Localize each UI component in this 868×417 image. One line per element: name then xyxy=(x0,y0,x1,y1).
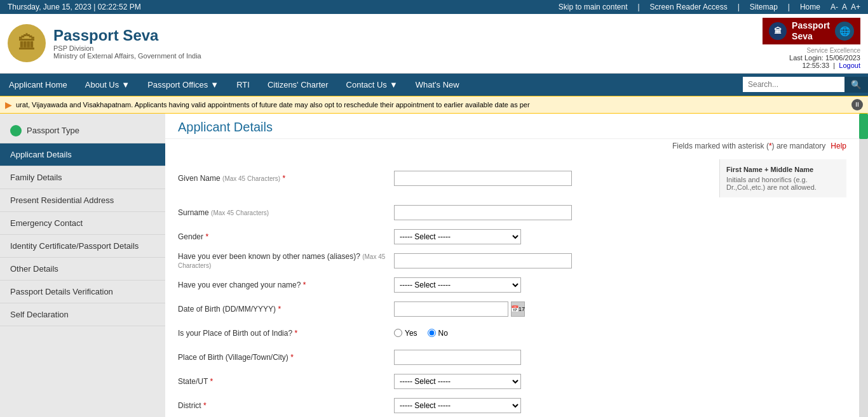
district-select[interactable]: ----- Select ----- xyxy=(394,398,521,413)
nav-citizens-charter[interactable]: Citizens' Charter xyxy=(259,74,337,96)
nav-rti[interactable]: RTI xyxy=(227,74,259,96)
aliases-input[interactable] xyxy=(394,253,572,268)
ticker-arrow-icon: ▶ xyxy=(5,100,12,110)
form-area: Applicant Details Fields marked with ast… xyxy=(165,114,859,417)
last-login-time: 12:55:33 xyxy=(802,62,829,69)
radio-yes[interactable] xyxy=(394,329,402,337)
surname-input[interactable] xyxy=(394,205,572,220)
dob-input-area: 📅 17 xyxy=(394,301,846,317)
font-small-button[interactable]: A- xyxy=(831,3,838,11)
screen-reader-link[interactable]: Screen Reader Access xyxy=(650,3,728,11)
nav-about-us[interactable]: About Us ▼ xyxy=(76,74,139,96)
globe-icon: 🌐 xyxy=(835,22,854,41)
passport-seva-brand: 🏛 Passport Seva 🌐 xyxy=(763,18,860,44)
changed-name-select[interactable]: ----- Select ----- Yes No xyxy=(394,277,521,293)
font-normal-button[interactable]: A xyxy=(842,3,847,11)
calendar-button[interactable]: 📅 17 xyxy=(511,301,525,317)
sidebar-item-applicant-details[interactable]: Applicant Details xyxy=(0,143,165,166)
nav-contact-us[interactable]: Contact Us ▼ xyxy=(337,74,407,96)
sidebar-item-passport-type[interactable]: ✓ Passport Type xyxy=(0,119,165,143)
given-name-input[interactable] xyxy=(394,171,572,186)
last-login-label: Last Login: 15/06/2023 xyxy=(789,54,860,62)
surname-input-area xyxy=(394,205,846,220)
sidebar-label-identity-certificate: Identity Certificate/Passport Details xyxy=(10,241,139,251)
gender-row: Gender * ----- Select ----- Male Female … xyxy=(178,228,846,246)
ticker-pause-button[interactable]: ⏸ xyxy=(851,99,863,110)
mandatory-note: Fields marked with asterisk (*) are mand… xyxy=(672,142,825,150)
logout-link[interactable]: Logout xyxy=(839,62,860,69)
radio-no[interactable] xyxy=(428,329,436,337)
org-info: Passport Seva PSP Division Ministry of E… xyxy=(53,27,201,60)
place-birth-input[interactable] xyxy=(394,350,521,365)
place-birth-row: Place of Birth (Village/Town/City) * xyxy=(178,348,846,366)
main-content: ✓ Passport Type Applicant Details Family… xyxy=(0,114,868,417)
gender-label: Gender * xyxy=(178,232,394,241)
sidebar-item-other-details[interactable]: Other Details xyxy=(0,258,165,281)
sidebar-label-applicant-details: Applicant Details xyxy=(10,150,72,159)
changed-name-input-area: ----- Select ----- Yes No xyxy=(394,277,846,293)
help-link[interactable]: Help xyxy=(831,142,846,150)
district-input-area: ----- Select ----- xyxy=(394,398,846,413)
brand-passport: Passport xyxy=(792,20,830,31)
nav-passport-offices[interactable]: Passport Offices ▼ xyxy=(139,74,227,96)
service-excellence-label: Service Excellence xyxy=(807,47,860,54)
dropdown-arrow-icon: ▼ xyxy=(210,80,219,89)
form-meta: Fields marked with asterisk (*) are mand… xyxy=(165,139,859,153)
org-name: Passport Seva xyxy=(53,27,201,44)
place-birth-india-input-area: Yes No xyxy=(394,329,846,338)
date-input-wrap: 📅 17 xyxy=(394,301,525,317)
scroll-thumb xyxy=(859,114,868,139)
check-icon: ✓ xyxy=(10,125,22,136)
search-input[interactable] xyxy=(743,77,844,92)
nav-whats-new[interactable]: What's New xyxy=(407,74,468,96)
sidebar-item-passport-verification[interactable]: Passport Details Verification xyxy=(0,281,165,303)
given-name-label: Given Name (Max 45 Characters) * xyxy=(178,174,394,183)
form-title: Applicant Details xyxy=(178,120,846,135)
ticker-text: urat, Vijayawada and Visakhapatnam. Appl… xyxy=(16,101,530,109)
radio-no-label[interactable]: No xyxy=(428,329,448,338)
gender-input-area: ----- Select ----- Male Female Transgend… xyxy=(394,229,846,244)
sidebar-label-self-declaration: Self Declaration xyxy=(10,310,69,319)
sidebar-item-self-declaration[interactable]: Self Declaration xyxy=(0,303,165,326)
dob-input[interactable] xyxy=(394,301,508,317)
font-large-button[interactable]: A+ xyxy=(851,3,860,11)
district-row: District * ----- Select ----- xyxy=(178,397,846,414)
emblem-small-icon: 🏛 xyxy=(769,22,787,40)
state-ut-select[interactable]: ----- Select ----- xyxy=(394,374,521,389)
header-right: 🏛 Passport Seva 🌐 Service Excellence Las… xyxy=(763,18,860,69)
place-birth-radio-group: Yes No xyxy=(394,329,448,338)
skip-to-main-link[interactable]: Skip to main content xyxy=(559,3,628,11)
info-panel: First Name + Middle Name Initials and ho… xyxy=(719,159,846,197)
sidebar-item-identity-certificate[interactable]: Identity Certificate/Passport Details xyxy=(0,235,165,258)
nav-applicant-home[interactable]: Applicant Home xyxy=(0,74,76,96)
radio-yes-label[interactable]: Yes xyxy=(394,329,417,338)
place-birth-input-area xyxy=(394,350,846,365)
state-ut-label: State/UT * xyxy=(178,377,394,386)
gender-select[interactable]: ----- Select ----- Male Female Transgend… xyxy=(394,229,521,244)
sidebar-item-residential-address[interactable]: Present Residential Address xyxy=(0,189,165,212)
sitemap-link[interactable]: Sitemap xyxy=(750,3,778,11)
dob-label: Date of Birth (DD/MM/YYYY) * xyxy=(178,305,394,314)
sidebar-label-emergency-contact: Emergency Contact xyxy=(10,218,83,228)
aliases-input-area xyxy=(394,253,846,268)
home-link[interactable]: Home xyxy=(800,3,820,11)
org-division: PSP Division xyxy=(53,44,201,52)
sidebar-item-family-details[interactable]: Family Details xyxy=(0,166,165,189)
scrollbar[interactable] xyxy=(859,114,868,417)
calendar-icon: 📅 xyxy=(511,305,519,312)
sidebar-label-passport-type: Passport Type xyxy=(27,126,79,135)
changed-name-label: Have you ever changed your name? * xyxy=(178,281,394,289)
state-ut-input-area: ----- Select ----- xyxy=(394,374,846,389)
given-name-input-area xyxy=(394,171,719,186)
sidebar-item-emergency-contact[interactable]: Emergency Contact xyxy=(0,212,165,235)
given-name-row: Given Name (Max 45 Characters) * First N… xyxy=(178,159,846,197)
dob-row: Date of Birth (DD/MM/YYYY) * 📅 17 xyxy=(178,300,846,318)
search-button[interactable]: 🔍 xyxy=(844,77,868,93)
place-birth-india-label: Is your Place of Birth out of India? * xyxy=(178,329,394,338)
sidebar: ✓ Passport Type Applicant Details Family… xyxy=(0,114,165,417)
info-panel-note: Initials and honorifics (e.g. Dr.,Col.,e… xyxy=(726,176,840,191)
aliases-label: Have you ever been known by other names … xyxy=(178,252,394,270)
dropdown-arrow-icon: ▼ xyxy=(390,80,398,89)
info-panel-title: First Name + Middle Name xyxy=(726,166,840,173)
ashoka-pillar-icon: 🏛 xyxy=(18,33,36,54)
